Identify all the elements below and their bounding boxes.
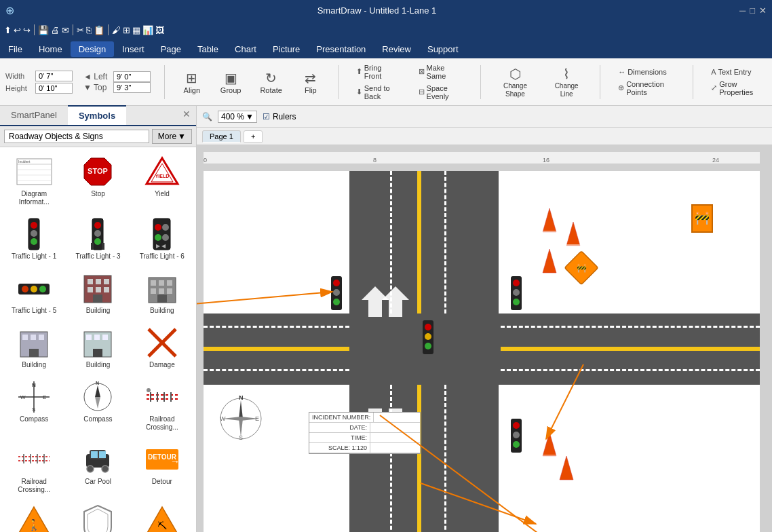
symbol-railroad-1[interactable]: Railroad Crossing... [131, 375, 193, 436]
svg-point-14 [31, 238, 37, 245]
title-bar: ⊕ SmartDraw - Untitled 1-Lane 1 ─ □ ✕ [0, 0, 772, 20]
width-input[interactable] [35, 71, 73, 81]
grow-properties-button[interactable]: ⤢ Grow Properties [707, 79, 767, 98]
menu-picture[interactable]: Picture [265, 41, 308, 57]
connection-points-icon: ⊕ [618, 83, 624, 92]
menu-design[interactable]: Design [71, 41, 114, 57]
more-button[interactable]: More ▼ [152, 129, 192, 144]
menu-page[interactable]: Page [153, 41, 189, 57]
symbol-compass-2[interactable]: N Compass [66, 375, 129, 436]
rulers-button[interactable]: ☑ Rulers [263, 112, 296, 121]
change-shape-button[interactable]: ⬡ Change Shape [495, 64, 536, 100]
height-input[interactable] [35, 83, 73, 94]
svg-point-12 [31, 222, 37, 229]
svg-text:→: → [170, 456, 180, 467]
rulers-checkbox-icon: ☑ [263, 112, 270, 121]
svg-point-23 [162, 224, 169, 231]
symbol-building-4[interactable]: Building [66, 321, 129, 374]
maximize-button[interactable]: □ [750, 5, 755, 16]
cut-icon[interactable]: ✂ [77, 25, 84, 35]
smartpanel-tab[interactable]: SmartPanel [0, 106, 68, 125]
symbol-detour[interactable]: DETOUR → Detour [131, 438, 193, 499]
svg-rect-55 [102, 335, 108, 340]
chart-icon[interactable]: 📊 [142, 25, 153, 35]
symbols-tab[interactable]: Symbols [68, 105, 126, 125]
symbol-diagram-info-label: Diagram Informat... [6, 190, 62, 206]
building-1-preview [81, 272, 115, 305]
menu-insert[interactable]: Insert [114, 41, 153, 57]
table-icon[interactable]: ▦ [132, 25, 140, 35]
space-evenly-button[interactable]: ⊟ Space Evenly [414, 83, 467, 102]
symbol-traffic-light-5-label: Traffic Light - 5 [12, 307, 56, 315]
make-same-button[interactable]: ⊠ Make Same [414, 62, 467, 81]
symbol-damage[interactable]: Damage [131, 321, 193, 374]
symbol-traffic-light-3-label: Traffic Light - 3 [75, 252, 120, 261]
svg-rect-42 [167, 280, 172, 286]
symbol-traffic-light-1[interactable]: Traffic Light - 1 [3, 212, 65, 265]
menu-file[interactable]: File [0, 41, 31, 57]
symbol-men-working[interactable]: ⛏ Men Working [131, 500, 193, 532]
symbol-building-2[interactable]: Building [131, 267, 193, 320]
dimensions-button[interactable]: ↔ Dimensions [614, 66, 679, 77]
bring-front-button[interactable]: ⬆ Bring Front [352, 62, 404, 81]
zoom-control[interactable]: 400 % ▼ [218, 111, 257, 123]
canvas-wrapper[interactable]: 0 8 16 24 [197, 145, 772, 532]
close-button[interactable]: ✕ [759, 5, 767, 16]
undo-icon[interactable]: ↩ [14, 25, 21, 35]
men-working-preview: ⛏ [145, 505, 179, 532]
symbol-traffic-light-5[interactable]: Traffic Light - 5 [3, 267, 65, 320]
symbol-compass-1[interactable]: N S W E Compass [3, 375, 65, 436]
menu-chart[interactable]: Chart [227, 41, 265, 57]
print-icon[interactable]: 🖨 [51, 25, 60, 35]
add-page-button[interactable]: + [244, 130, 263, 142]
symbol-traffic-light-6[interactable]: ▶ ◀ Traffic Light - 6 [131, 212, 193, 265]
symbol-yield[interactable]: YIELD Yield [131, 150, 193, 211]
menu-review[interactable]: Review [374, 41, 419, 57]
building-4-preview [81, 326, 115, 359]
symbol-car-pool[interactable]: Car Pool [66, 438, 129, 499]
flip-icon: ⇄ [305, 70, 316, 86]
menu-support[interactable]: Support [419, 41, 467, 57]
symbol-flag-man[interactable]: 🚶 Flag Man Ahead [3, 500, 65, 532]
horizontal-ruler: 0 8 16 24 [204, 152, 760, 164]
canvas-area: 🔍 400 % ▼ ☑ Rulers Page 1 + 0 8 16 24 [197, 106, 772, 532]
flip-button[interactable]: ⇄ Flip [297, 69, 324, 96]
rotate-button[interactable]: ↻ Rotate [256, 69, 286, 96]
top-input[interactable] [113, 82, 151, 93]
group-button[interactable]: ▣ Group [216, 69, 246, 96]
symbol-stop[interactable]: STOP Stop [66, 150, 129, 211]
insert-icon[interactable]: ⊞ [123, 25, 130, 35]
copy-icon[interactable]: ⎘ [86, 25, 92, 35]
space-group: ⊠ Make Same ⊟ Space Evenly [414, 62, 467, 102]
save-icon[interactable]: 💾 [38, 25, 49, 35]
symbol-railroad-2[interactable]: Railroad Crossing... [3, 438, 65, 499]
paste-icon[interactable]: 📋 [94, 25, 104, 35]
ribbon-sep-2 [338, 65, 339, 99]
symbols-grid: Incident Diagram Informat... STOP Stop [0, 147, 196, 532]
svg-point-87 [102, 466, 109, 472]
send-back-button[interactable]: ⬇ Send to Back [352, 83, 404, 102]
connection-points-button[interactable]: ⊕ Connection Points [614, 79, 679, 98]
email-icon[interactable]: ✉ [62, 25, 69, 35]
page-1-tab[interactable]: Page 1 [202, 130, 241, 142]
menu-presentation[interactable]: Presentation [308, 41, 374, 57]
left-input[interactable] [113, 71, 151, 82]
redo-icon[interactable]: ↪ [23, 25, 31, 35]
symbol-diagram-info[interactable]: Incident Diagram Informat... [3, 150, 65, 211]
format-icon[interactable]: 🖌 [112, 25, 121, 35]
menu-table[interactable]: Table [189, 41, 227, 57]
text-entry-button[interactable]: A Text Entry [707, 66, 767, 77]
panel-close-button[interactable]: ✕ [177, 106, 196, 125]
canvas[interactable]: 🚧 [204, 171, 760, 532]
back-icon[interactable]: ⬆ [4, 25, 12, 35]
minimize-button[interactable]: ─ [739, 5, 746, 16]
chevron-down-icon: ▼ [178, 132, 186, 141]
symbol-high-shield[interactable]: High Shield [66, 500, 129, 532]
align-button[interactable]: ⊞ Align [178, 69, 206, 96]
symbol-building-1[interactable]: Building [66, 267, 129, 320]
change-line-button[interactable]: ⌇ Change Line [547, 64, 586, 100]
menu-home[interactable]: Home [31, 41, 71, 57]
symbol-building-3[interactable]: Building [3, 321, 65, 374]
symbol-traffic-light-3[interactable]: Traffic Light - 3 [66, 212, 129, 265]
photo-icon[interactable]: 🖼 [155, 25, 164, 35]
